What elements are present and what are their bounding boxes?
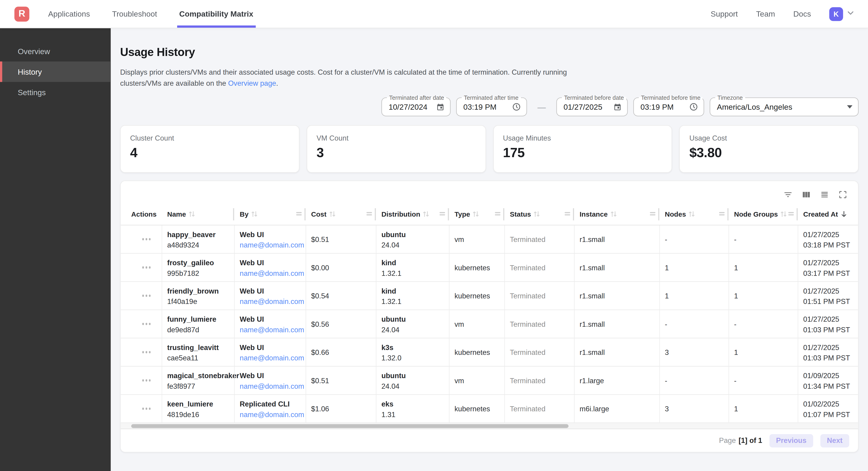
column-header-status[interactable]: Status: [504, 203, 574, 225]
pagination: Page [1] of 1 Previous Next: [121, 429, 858, 452]
cell-by: Web UIname@domain.com: [234, 338, 306, 366]
column-resize-handle[interactable]: [565, 212, 570, 215]
filter-button[interactable]: [783, 189, 793, 199]
column-resize-handle[interactable]: [495, 212, 500, 215]
table-row: magical_stonebrakerfe3f8977Web UIname@do…: [121, 366, 858, 395]
column-resize-handle[interactable]: [650, 212, 655, 215]
row-actions-button[interactable]: [137, 295, 156, 297]
cell-nodes: 3: [659, 395, 728, 422]
calendar-icon[interactable]: [614, 103, 622, 111]
nav-tab-compatibility-matrix[interactable]: Compatibility Matrix: [177, 0, 255, 28]
account-menu[interactable]: K: [829, 7, 855, 21]
column-header-name[interactable]: Name: [162, 203, 234, 225]
cell-line-2[interactable]: name@domain.com: [240, 240, 300, 251]
cell-distribution: kind1.32.1: [376, 282, 449, 310]
cell-node-groups: 1: [728, 395, 798, 422]
cell-line-2[interactable]: name@domain.com: [240, 381, 300, 391]
nav-tab-troubleshoot[interactable]: Troubleshoot: [110, 0, 159, 28]
clock-icon[interactable]: [689, 102, 698, 111]
cell-instance: r1.small: [574, 310, 659, 338]
calendar-icon[interactable]: [436, 103, 444, 111]
cell-line-1: k3s: [381, 342, 443, 353]
horizontal-scrollbar[interactable]: [121, 423, 858, 429]
cell-nodes: 3: [659, 338, 728, 366]
cell-line-2[interactable]: name@domain.com: [240, 268, 300, 278]
filter-field-terminated-before-date[interactable]: Terminated before date01/27/2025: [556, 97, 628, 116]
nav-link-docs[interactable]: Docs: [793, 9, 811, 18]
sidebar-item-settings[interactable]: Settings: [0, 82, 111, 102]
scrollbar-thumb[interactable]: [131, 424, 568, 428]
filter-field-terminated-after-time[interactable]: Terminated after time03:19 PM: [456, 97, 527, 116]
column-header-cost[interactable]: Cost: [306, 203, 376, 225]
replicated-logo[interactable]: R: [14, 6, 29, 22]
cell-line-1: 01/27/2025: [803, 314, 852, 325]
cell-node-groups: 1: [728, 254, 798, 282]
columns-button[interactable]: [802, 189, 811, 199]
avatar[interactable]: K: [829, 7, 843, 21]
sidebar-item-overview[interactable]: Overview: [0, 41, 111, 61]
chevron-down-icon[interactable]: [846, 8, 855, 20]
column-header-nodes[interactable]: Nodes: [659, 203, 728, 225]
cell-line-1: Web UI: [240, 286, 300, 296]
cell-line-1: eks: [381, 399, 443, 409]
sidebar-item-history[interactable]: History: [0, 61, 111, 82]
cell-line-1: Web UI: [240, 257, 300, 268]
row-actions-button[interactable]: [137, 380, 156, 381]
row-actions-button[interactable]: [137, 408, 156, 410]
cell-by: Replicated CLIname@domain.com: [234, 395, 306, 422]
sort-icon: [688, 210, 695, 217]
sort-icon: [329, 210, 336, 217]
cell-line-1: funny_lumiere: [167, 314, 229, 325]
nav-right: SupportTeamDocs K: [711, 7, 868, 21]
previous-page-button[interactable]: Previous: [769, 434, 813, 447]
column-header-distribution[interactable]: Distribution: [376, 203, 449, 225]
column-resize-handle[interactable]: [719, 212, 725, 215]
app-viewport: R ApplicationsTroubleshootCompatibility …: [0, 0, 868, 471]
nav-link-support[interactable]: Support: [711, 9, 738, 18]
table-row: friendly_brown1f40a19eWeb UIname@domain.…: [121, 282, 858, 310]
cell-line-2[interactable]: name@domain.com: [240, 324, 300, 335]
cell-line-1: 01/27/2025: [803, 342, 852, 353]
column-resize-handle[interactable]: [296, 212, 302, 215]
cell-line-1: trusting_leavitt: [167, 342, 229, 353]
column-header-type[interactable]: Type: [449, 203, 504, 225]
caret-down-icon[interactable]: [847, 105, 852, 109]
clock-icon[interactable]: [512, 102, 521, 111]
column-header-actions[interactable]: Actions: [131, 203, 162, 225]
cell-line-2[interactable]: name@domain.com: [240, 296, 300, 307]
cell-line-1: ubuntu: [381, 371, 443, 381]
row-actions-button[interactable]: [137, 266, 156, 268]
filter-field-terminated-before-time[interactable]: Terminated before time03:19 PM: [633, 97, 704, 116]
cell-by: Web UIname@domain.com: [234, 282, 306, 310]
row-actions-button[interactable]: [137, 323, 156, 325]
cell-line-1: ubuntu: [381, 314, 443, 325]
nav-tab-applications[interactable]: Applications: [46, 0, 92, 28]
nav-link-team[interactable]: Team: [756, 9, 775, 18]
cell-by: Web UIname@domain.com: [234, 225, 306, 253]
cell-line-2[interactable]: name@domain.com: [240, 353, 300, 363]
column-header-instance[interactable]: Instance: [574, 203, 659, 225]
column-header-created-at[interactable]: Created At: [798, 203, 858, 225]
overview-page-link[interactable]: Overview page: [228, 79, 276, 87]
fullscreen-button[interactable]: [838, 189, 847, 199]
next-page-button[interactable]: Next: [820, 434, 849, 447]
column-resize-handle[interactable]: [439, 212, 445, 215]
cell-node-groups: -: [728, 366, 798, 394]
column-header-node-groups[interactable]: Node Groups: [728, 203, 798, 225]
row-actions-button[interactable]: [137, 238, 156, 240]
cell-line-2[interactable]: name@domain.com: [240, 409, 300, 420]
row-actions-button[interactable]: [137, 351, 156, 353]
cell-instance: r1.small: [574, 254, 659, 282]
cell-created-at: 01/27/202501:03 PM PST: [798, 338, 858, 366]
column-header-by[interactable]: By: [234, 203, 306, 225]
cell-cost: $0.54: [306, 282, 376, 310]
cell-line-2: 03:17 PM PST: [803, 268, 852, 278]
column-resize-handle[interactable]: [367, 212, 372, 215]
cell-line-2: 1f40a19e: [167, 296, 229, 307]
filter-value: America/Los_Angeles: [717, 102, 847, 111]
density-button[interactable]: [820, 189, 829, 199]
column-resize-handle[interactable]: [788, 212, 794, 215]
cell-name: magical_stonebrakerfe3f8977: [162, 366, 234, 394]
filter-field-timezone[interactable]: TimezoneAmerica/Los_Angeles: [710, 97, 859, 116]
filter-field-terminated-after-date[interactable]: Terminated after date10/27/2024: [381, 97, 451, 116]
